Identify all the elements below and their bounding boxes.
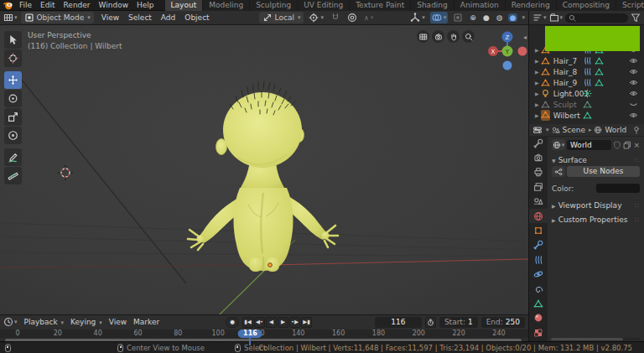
gizmo-z-neg[interactable] xyxy=(503,61,512,70)
viewport-menu-object[interactable]: Object xyxy=(180,13,213,22)
properties-hscrollbar[interactable] xyxy=(551,338,641,340)
workspace-tab-shading[interactable]: Shading xyxy=(411,0,454,11)
shading-material-button[interactable]: ◍ xyxy=(495,13,505,22)
tool-annotate-button[interactable] xyxy=(4,148,22,166)
perspective-toggle-button[interactable] xyxy=(417,30,429,43)
tool-transform-button[interactable] xyxy=(4,127,22,144)
proportional-editing-button[interactable] xyxy=(345,12,359,23)
viewport-menu-add[interactable]: Add xyxy=(157,13,179,22)
eye-icon[interactable] xyxy=(629,67,638,76)
eye-closed-icon[interactable] xyxy=(629,100,638,109)
navigation-gizmo[interactable]: Z X Y xyxy=(485,29,528,70)
properties-tab-material[interactable] xyxy=(529,311,548,325)
timeline-editor-button[interactable]: ▾ xyxy=(3,317,18,327)
properties-tab-tool[interactable] xyxy=(529,136,548,150)
outliner-filter-mode[interactable]: ▾ xyxy=(549,13,564,23)
properties-tab-physics[interactable] xyxy=(529,267,548,282)
eye-icon[interactable] xyxy=(629,111,638,120)
workspace-tab-animation[interactable]: Animation xyxy=(454,0,506,11)
menu-window[interactable]: Window xyxy=(95,1,133,9)
timeline-menu-marker[interactable]: Marker xyxy=(130,318,163,326)
frame-end-field[interactable]: End:250 xyxy=(481,317,525,328)
shading-solid-button[interactable]: ● xyxy=(481,13,491,22)
editor-type-button[interactable]: ▾ xyxy=(3,13,18,23)
timeline-menu-view[interactable]: View xyxy=(106,318,130,326)
tool-move-button[interactable] xyxy=(4,71,22,89)
expand-icon[interactable]: ▶ xyxy=(535,91,539,96)
sidebar-expand-arrow-icon[interactable]: ◂ xyxy=(523,34,527,41)
xray-toggle[interactable] xyxy=(451,12,465,23)
properties-tab-output[interactable] xyxy=(529,165,548,179)
snap-target-button[interactable]: ▾ xyxy=(307,12,325,23)
world-name-field[interactable]: World xyxy=(567,140,611,150)
properties-tab-world[interactable] xyxy=(529,209,548,223)
outliner-row-light.001[interactable]: ▶Light.001 xyxy=(529,88,644,99)
current-frame-field[interactable]: 116 xyxy=(375,317,422,328)
viewport-3d[interactable]: User Perspective (116) Collection | Wilb… xyxy=(0,25,528,314)
outliner-display-mode[interactable]: ▾ xyxy=(532,13,547,23)
properties-tab-view-layer[interactable] xyxy=(529,179,548,194)
workspace-tab-sculpting[interactable]: Sculpting xyxy=(250,0,298,11)
tool-select-button[interactable] xyxy=(4,31,22,49)
workspace-tab-layout[interactable]: Layout xyxy=(165,0,204,11)
outliner-row-hair_7[interactable]: ▶Hair_7 xyxy=(529,55,644,66)
properties-editor-icon[interactable] xyxy=(532,125,543,135)
viewport-display-panel-header[interactable]: ▶ Viewport Display ∷ xyxy=(552,201,640,210)
use-nodes-button[interactable]: Use Nodes xyxy=(567,166,640,177)
outliner-search-input[interactable] xyxy=(565,13,628,23)
shading-options-icon[interactable]: ▾ xyxy=(522,14,525,21)
expand-icon[interactable]: ▶ xyxy=(535,112,539,118)
proportional-falloff-button[interactable]: ∧▾ xyxy=(362,13,375,23)
pin-icon[interactable] xyxy=(632,126,641,134)
play-button[interactable]: ▶ xyxy=(278,317,288,328)
timeline-menu-keying[interactable]: Keying ▾ xyxy=(67,318,106,326)
menu-help[interactable]: Help xyxy=(132,1,158,9)
auto-keying-button[interactable]: ● xyxy=(226,317,239,328)
outliner-row-hair_9[interactable]: ▶Hair_9 xyxy=(529,77,644,88)
timeline-menu-playback[interactable]: Playback ▾ xyxy=(21,318,68,326)
mode-selector[interactable]: Object Mode ▾ xyxy=(21,12,94,23)
shading-wireframe-button[interactable]: ⊕ xyxy=(468,13,478,22)
properties-tab-object[interactable] xyxy=(529,223,548,237)
workspace-tab-rendering[interactable]: Rendering xyxy=(506,0,557,11)
camera-view-button[interactable] xyxy=(432,30,444,43)
properties-tab-texture[interactable] xyxy=(529,325,548,340)
expand-icon[interactable]: ▶ xyxy=(535,58,539,64)
workspace-tab-compositing[interactable]: Compositing xyxy=(557,0,616,11)
gizmos-toggle[interactable]: ▾ xyxy=(408,12,427,23)
tool-rotate-button[interactable] xyxy=(4,90,22,107)
tool-cursor-button[interactable] xyxy=(4,49,22,67)
use-preview-range-button[interactable] xyxy=(425,317,436,328)
timeline-ruler[interactable]: 116 020406080100120140160180200220240 xyxy=(0,330,528,338)
custom-properties-panel-header[interactable]: ▶ Custom Properties ∷ xyxy=(552,215,640,224)
eye-icon[interactable] xyxy=(629,78,638,87)
menu-edit[interactable]: Edit xyxy=(36,1,59,9)
gizmo-x-neg[interactable] xyxy=(518,47,527,56)
tool-measure-button[interactable] xyxy=(4,167,22,184)
menu-render[interactable]: Render xyxy=(60,1,95,9)
transform-orientation-selector[interactable]: Local ▾ xyxy=(259,12,304,23)
tool-scale-button[interactable] xyxy=(4,108,22,126)
properties-tab-scene[interactable] xyxy=(529,195,548,209)
jump-to-end-button[interactable]: ▶▮ xyxy=(301,317,312,328)
expand-icon[interactable]: ▶ xyxy=(535,47,539,53)
frame-start-field[interactable]: Start:1 xyxy=(439,317,478,328)
viewport-menu-select[interactable]: Select xyxy=(124,13,156,22)
unlink-world-icon[interactable]: × xyxy=(633,141,640,149)
workspace-tab-texture-paint[interactable]: Texture Paint xyxy=(350,0,411,11)
menu-file[interactable]: File xyxy=(15,1,36,9)
workspace-tab-scripting[interactable]: Scripting xyxy=(616,0,644,11)
properties-tab-render[interactable] xyxy=(529,150,548,164)
next-keyframe-button[interactable]: •▶ xyxy=(289,317,300,328)
properties-tab-particles[interactable] xyxy=(529,252,548,267)
expand-icon[interactable]: ▶ xyxy=(535,101,539,107)
overlays-toggle[interactable]: ▾ xyxy=(430,12,449,23)
jump-to-start-button[interactable]: ▮◀ xyxy=(242,317,253,328)
prev-keyframe-button[interactable]: ◀• xyxy=(254,317,265,328)
filter-icon[interactable] xyxy=(631,13,641,23)
workspace-tab-uv-editing[interactable]: UV Editing xyxy=(298,0,350,11)
pan-view-button[interactable] xyxy=(447,30,460,43)
expand-icon[interactable]: ▶ xyxy=(535,80,539,86)
eye-icon[interactable] xyxy=(629,56,638,65)
color-swatch[interactable] xyxy=(596,184,640,193)
